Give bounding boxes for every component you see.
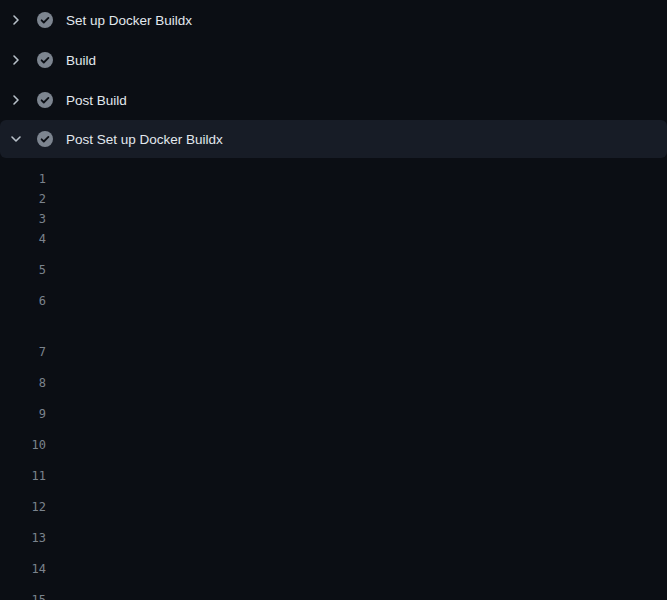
section-title: Set up Docker Buildx: [66, 13, 192, 28]
success-check-icon: [37, 52, 53, 68]
log-line-number[interactable]: 13: [0, 528, 46, 548]
chevron-right-icon: [8, 92, 24, 108]
log-line: 3 ▼ /usr/bin/docker logs buildx_buildkit…: [0, 209, 667, 229]
log-line: 11 ▼ time="2021-04-23T18:02:38Z" level=d…: [0, 466, 667, 497]
log-line-number[interactable]: 10: [0, 435, 46, 455]
log-section-header-setup-docker-buildx[interactable]: Set up Docker Buildx: [0, 0, 667, 40]
log-line: 10 ▼ time="2021-04-23T18:02:37Z" level=i…: [0, 435, 667, 466]
log-line: 12 ▼ time="2021-04-23T18:02:38Z" level=d…: [0, 497, 667, 528]
log-line: 7 ▼ time="2021-04-23T18:02:37Z" level=wa…: [0, 342, 667, 373]
chevron-right-icon: [8, 12, 24, 28]
chevron-down-icon: [8, 131, 24, 147]
log-line-number[interactable]: 4: [0, 229, 46, 249]
success-check-icon: [37, 92, 53, 108]
log-lines: 1 ▼ Post job cleanup. 2 ▼ BuildKit conta…: [0, 158, 667, 600]
log-line: 8 ▼ time="2021-04-23T18:02:37Z" level=in…: [0, 373, 667, 404]
success-check-icon: [37, 131, 53, 147]
log-line: 6 ▼ time="2021-04-23T18:02:37Z" level=in…: [0, 291, 667, 322]
log-line-number[interactable]: 14: [0, 559, 46, 579]
log-line: 9 ▼ time="2021-04-23T18:02:37Z" level=wa…: [0, 404, 667, 435]
log-line: 4 ▼ time="2021-04-23T18:02:37Z" level=in…: [0, 229, 667, 260]
log-section-header-post-build[interactable]: Post Build: [0, 80, 667, 120]
success-check-icon: [37, 12, 53, 28]
log-line: 13 ▼ time="2021-04-23T18:02:38Z" level=d…: [0, 528, 667, 559]
log-line[interactable]: 2 ▼ BuildKit container logs: [0, 189, 667, 209]
log-line-number[interactable]: 2: [0, 189, 46, 209]
log-line: ▼ linux/riscv64 linux/ppc64le linux/s390…: [0, 322, 667, 342]
log-line: 1 ▼ Post job cleanup.: [0, 169, 667, 189]
log-line: 15 ▼ time="2021-04-23T18:02:38Z" level=d…: [0, 590, 667, 600]
section-title: Post Build: [66, 93, 127, 108]
log-line-number[interactable]: 6: [0, 291, 46, 311]
log-line-number[interactable]: 15: [0, 590, 46, 600]
actions-log-viewer: Set up Docker Buildx Build Post Build Po…: [0, 0, 667, 600]
log-line-number[interactable]: 1: [0, 169, 46, 189]
log-line-number[interactable]: 11: [0, 466, 46, 486]
log-line-number[interactable]: 7: [0, 342, 46, 362]
log-line-number[interactable]: 8: [0, 373, 46, 393]
section-title: Build: [66, 53, 96, 68]
section-title: Post Set up Docker Buildx: [66, 132, 223, 147]
chevron-right-icon: [8, 52, 24, 68]
log-section-header-post-setup-docker-buildx[interactable]: Post Set up Docker Buildx: [0, 120, 667, 158]
log-line: 5 ▼ time="2021-04-23T18:02:37Z" level=wa…: [0, 260, 667, 291]
log-line-number[interactable]: 3: [0, 209, 46, 229]
log-line: 14 ▼ time="2021-04-23T18:02:38Z" level=d…: [0, 559, 667, 590]
log-section-header-build[interactable]: Build: [0, 40, 667, 80]
log-line-number[interactable]: 5: [0, 260, 46, 280]
log-line-number[interactable]: 9: [0, 404, 46, 424]
log-line-number[interactable]: 12: [0, 497, 46, 517]
